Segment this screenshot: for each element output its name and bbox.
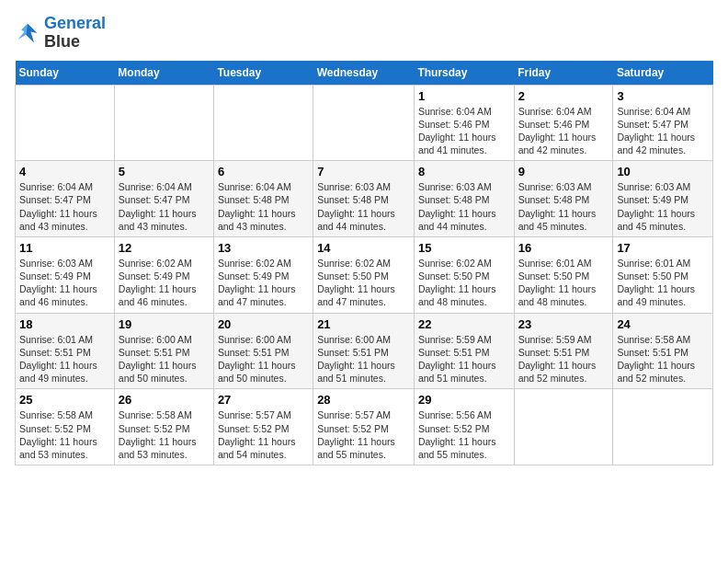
day-number: 26 (119, 393, 210, 407)
calendar-cell: 17Sunrise: 6:01 AM Sunset: 5:50 PM Dayli… (613, 236, 713, 313)
day-info: Sunrise: 6:03 AM Sunset: 5:48 PM Dayligh… (518, 180, 609, 233)
calendar-cell (16, 85, 115, 161)
day-number: 20 (218, 317, 309, 331)
day-number: 4 (19, 165, 110, 178)
day-info: Sunrise: 6:03 AM Sunset: 5:49 PM Dayligh… (19, 257, 110, 309)
day-number: 22 (418, 317, 510, 331)
day-number: 28 (317, 393, 410, 407)
day-number: 23 (518, 317, 609, 331)
weekday-header: Saturday (613, 61, 713, 86)
day-info: Sunrise: 6:00 AM Sunset: 5:51 PM Dayligh… (119, 333, 210, 385)
calendar-cell: 13Sunrise: 6:02 AM Sunset: 5:49 PM Dayli… (213, 236, 313, 313)
calendar-cell: 10Sunrise: 6:03 AM Sunset: 5:49 PM Dayli… (613, 161, 713, 237)
calendar-cell: 16Sunrise: 6:01 AM Sunset: 5:50 PM Dayli… (514, 236, 613, 313)
calendar-week-row: 11Sunrise: 6:03 AM Sunset: 5:49 PM Dayli… (16, 236, 713, 313)
day-info: Sunrise: 6:04 AM Sunset: 5:46 PM Dayligh… (518, 105, 609, 157)
day-info: Sunrise: 6:02 AM Sunset: 5:49 PM Dayligh… (119, 257, 210, 309)
logo-text: GeneralBlue (44, 15, 106, 52)
calendar-week-row: 25Sunrise: 5:58 AM Sunset: 5:52 PM Dayli… (16, 389, 713, 465)
calendar-cell: 27Sunrise: 5:57 AM Sunset: 5:52 PM Dayli… (213, 389, 313, 465)
page-header: GeneralBlue (15, 15, 713, 52)
day-number: 21 (317, 317, 410, 331)
calendar-cell: 18Sunrise: 6:01 AM Sunset: 5:51 PM Dayli… (16, 313, 115, 389)
day-number: 14 (317, 241, 410, 255)
calendar-week-row: 1Sunrise: 6:04 AM Sunset: 5:46 PM Daylig… (16, 85, 713, 161)
svg-marker-1 (18, 23, 28, 40)
day-number: 27 (218, 393, 309, 407)
day-number: 9 (518, 165, 609, 178)
weekday-header: Thursday (414, 61, 514, 86)
calendar-cell: 5Sunrise: 6:04 AM Sunset: 5:47 PM Daylig… (114, 161, 213, 237)
logo: GeneralBlue (15, 15, 106, 52)
weekday-header: Sunday (16, 61, 115, 86)
day-info: Sunrise: 5:57 AM Sunset: 5:52 PM Dayligh… (218, 408, 309, 461)
calendar-week-row: 18Sunrise: 6:01 AM Sunset: 5:51 PM Dayli… (16, 313, 713, 389)
day-number: 19 (119, 317, 210, 331)
weekday-header: Monday (114, 61, 213, 86)
day-info: Sunrise: 6:00 AM Sunset: 5:51 PM Dayligh… (218, 333, 309, 385)
calendar-cell: 3Sunrise: 6:04 AM Sunset: 5:47 PM Daylig… (613, 85, 713, 161)
weekday-header: Wednesday (313, 61, 415, 86)
day-info: Sunrise: 5:56 AM Sunset: 5:52 PM Dayligh… (418, 408, 510, 461)
day-number: 13 (218, 241, 309, 255)
day-info: Sunrise: 6:04 AM Sunset: 5:47 PM Dayligh… (119, 180, 210, 233)
calendar-cell: 19Sunrise: 6:00 AM Sunset: 5:51 PM Dayli… (114, 313, 213, 389)
day-number: 11 (19, 241, 110, 255)
day-number: 2 (518, 89, 609, 103)
day-number: 18 (19, 317, 110, 331)
calendar-cell: 23Sunrise: 5:59 AM Sunset: 5:51 PM Dayli… (514, 313, 613, 389)
day-number: 17 (617, 241, 709, 255)
logo-icon (15, 20, 40, 46)
weekday-header: Friday (514, 61, 613, 86)
day-number: 8 (418, 165, 510, 178)
calendar-cell: 11Sunrise: 6:03 AM Sunset: 5:49 PM Dayli… (16, 236, 115, 313)
calendar-cell (514, 389, 613, 465)
day-info: Sunrise: 6:04 AM Sunset: 5:47 PM Dayligh… (19, 180, 110, 233)
day-number: 10 (617, 165, 709, 178)
day-info: Sunrise: 6:01 AM Sunset: 5:50 PM Dayligh… (617, 257, 709, 309)
calendar-cell (313, 85, 415, 161)
day-info: Sunrise: 6:03 AM Sunset: 5:48 PM Dayligh… (317, 180, 410, 233)
calendar-cell: 4Sunrise: 6:04 AM Sunset: 5:47 PM Daylig… (16, 161, 115, 237)
calendar-week-row: 4Sunrise: 6:04 AM Sunset: 5:47 PM Daylig… (16, 161, 713, 237)
day-info: Sunrise: 6:02 AM Sunset: 5:49 PM Dayligh… (218, 257, 309, 309)
day-info: Sunrise: 6:04 AM Sunset: 5:48 PM Dayligh… (218, 180, 309, 233)
day-info: Sunrise: 6:03 AM Sunset: 5:48 PM Dayligh… (418, 180, 510, 233)
day-info: Sunrise: 5:58 AM Sunset: 5:52 PM Dayligh… (119, 408, 210, 461)
calendar-cell: 29Sunrise: 5:56 AM Sunset: 5:52 PM Dayli… (414, 389, 514, 465)
calendar-cell: 1Sunrise: 6:04 AM Sunset: 5:46 PM Daylig… (414, 85, 514, 161)
calendar-cell: 6Sunrise: 6:04 AM Sunset: 5:48 PM Daylig… (213, 161, 313, 237)
day-number: 24 (617, 317, 709, 331)
calendar-cell (613, 389, 713, 465)
calendar-cell: 21Sunrise: 6:00 AM Sunset: 5:51 PM Dayli… (313, 313, 415, 389)
day-number: 3 (617, 89, 709, 103)
day-number: 15 (418, 241, 510, 255)
day-info: Sunrise: 5:59 AM Sunset: 5:51 PM Dayligh… (418, 333, 510, 385)
day-number: 25 (19, 393, 110, 407)
day-number: 29 (418, 393, 510, 407)
calendar-cell: 28Sunrise: 5:57 AM Sunset: 5:52 PM Dayli… (313, 389, 415, 465)
day-number: 12 (119, 241, 210, 255)
day-info: Sunrise: 5:58 AM Sunset: 5:51 PM Dayligh… (617, 333, 709, 385)
calendar-cell: 7Sunrise: 6:03 AM Sunset: 5:48 PM Daylig… (313, 161, 415, 237)
day-number: 5 (119, 165, 210, 178)
calendar-cell: 25Sunrise: 5:58 AM Sunset: 5:52 PM Dayli… (16, 389, 115, 465)
calendar-cell: 8Sunrise: 6:03 AM Sunset: 5:48 PM Daylig… (414, 161, 514, 237)
calendar-cell: 20Sunrise: 6:00 AM Sunset: 5:51 PM Dayli… (213, 313, 313, 389)
day-info: Sunrise: 6:04 AM Sunset: 5:46 PM Dayligh… (418, 105, 510, 157)
day-number: 7 (317, 165, 410, 178)
day-info: Sunrise: 6:00 AM Sunset: 5:51 PM Dayligh… (317, 333, 410, 385)
day-info: Sunrise: 6:02 AM Sunset: 5:50 PM Dayligh… (317, 257, 410, 309)
day-info: Sunrise: 5:58 AM Sunset: 5:52 PM Dayligh… (19, 408, 110, 461)
day-info: Sunrise: 6:03 AM Sunset: 5:49 PM Dayligh… (617, 180, 709, 233)
calendar-table: SundayMondayTuesdayWednesdayThursdayFrid… (15, 61, 713, 465)
day-info: Sunrise: 6:04 AM Sunset: 5:47 PM Dayligh… (617, 105, 709, 157)
day-info: Sunrise: 6:01 AM Sunset: 5:51 PM Dayligh… (19, 333, 110, 385)
calendar-cell: 26Sunrise: 5:58 AM Sunset: 5:52 PM Dayli… (114, 389, 213, 465)
day-info: Sunrise: 5:59 AM Sunset: 5:51 PM Dayligh… (518, 333, 609, 385)
day-number: 1 (418, 89, 510, 103)
calendar-cell: 12Sunrise: 6:02 AM Sunset: 5:49 PM Dayli… (114, 236, 213, 313)
calendar-cell: 15Sunrise: 6:02 AM Sunset: 5:50 PM Dayli… (414, 236, 514, 313)
calendar-cell: 9Sunrise: 6:03 AM Sunset: 5:48 PM Daylig… (514, 161, 613, 237)
calendar-cell: 14Sunrise: 6:02 AM Sunset: 5:50 PM Dayli… (313, 236, 415, 313)
